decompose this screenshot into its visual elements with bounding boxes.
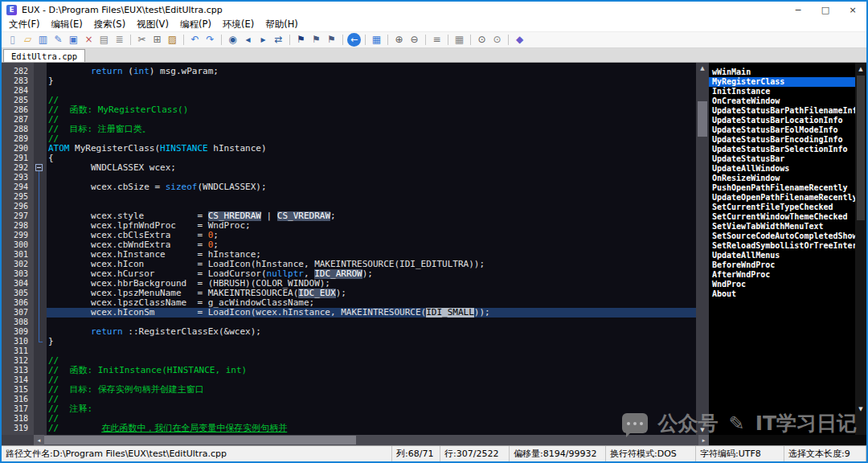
open-file-icon[interactable]: ▱ xyxy=(21,33,35,47)
code-line[interactable]: 318// xyxy=(2,414,696,424)
function-list-scrollbar[interactable]: ▲ ▼ xyxy=(855,63,866,435)
save-file-icon[interactable]: ▥ xyxy=(36,33,50,47)
code-line[interactable]: 314// xyxy=(2,375,696,385)
function-item[interactable]: OnResizeWindow xyxy=(709,174,855,183)
menu-edit[interactable]: 编辑(E) xyxy=(46,18,88,31)
code-line[interactable]: 306 wcex.lpszClassName = g_acWindowClass… xyxy=(2,298,696,308)
function-item[interactable]: BeforeWndProc xyxy=(709,260,855,270)
redo-icon[interactable]: ↷ xyxy=(203,33,217,47)
code-line[interactable]: 317// 注释: xyxy=(2,404,696,414)
function-item[interactable]: UpdateStatusBarEolModeInfo xyxy=(709,125,855,135)
horizontal-scroll-thumb[interactable] xyxy=(44,436,356,445)
function-item[interactable]: SetViewTabWidthMenuText xyxy=(709,222,855,232)
menu-program[interactable]: 编程(P) xyxy=(174,18,217,31)
menu-file[interactable]: 文件(F) xyxy=(3,18,46,31)
function-item[interactable]: About xyxy=(709,289,855,299)
code-editor[interactable]: 282 return (int) msg.wParam;283}284285//… xyxy=(2,63,696,435)
maximize-button[interactable]: □ xyxy=(812,2,839,18)
code-line[interactable]: 312// xyxy=(2,356,696,366)
function-item[interactable]: UpdateStatusBarPathFilenameInfo xyxy=(709,106,855,116)
code-line[interactable]: 295 xyxy=(2,192,696,202)
code-line[interactable]: 290ATOM MyRegisterClass(HINSTANCE hInsta… xyxy=(2,144,696,154)
replace-icon[interactable]: ⇄ xyxy=(272,33,285,47)
code-line[interactable]: 292 WNDCLASSEX wcex; xyxy=(2,163,696,173)
function-item[interactable]: WndProc xyxy=(709,280,855,289)
close-file-icon[interactable]: × xyxy=(82,33,96,47)
code-line[interactable]: 315// 目标: 保存实例句柄并创建主窗口 xyxy=(2,385,696,395)
code-line[interactable]: 282 return (int) msg.wParam; xyxy=(2,67,696,76)
code-line[interactable]: 316// xyxy=(2,395,696,404)
cut-icon[interactable]: ✂ xyxy=(135,33,149,47)
bookmark-prev-icon[interactable]: ⚑ xyxy=(309,33,323,47)
code-line[interactable]: 313// 函数: InitInstance(HINSTANCE, int) xyxy=(2,366,696,375)
tab-editultra-cpp[interactable]: EditUltra.cpp xyxy=(3,49,85,62)
save-as-icon[interactable]: ✎ xyxy=(51,33,65,47)
function-item[interactable]: InitInstance xyxy=(709,87,855,96)
new-file-icon[interactable]: ▯ xyxy=(6,33,19,47)
code-line[interactable]: 294 wcex.cbSize = sizeof(WNDCLASSEX); xyxy=(2,182,696,192)
function-item[interactable]: OnCreateWindow xyxy=(709,96,855,106)
bookmark-toggle-icon[interactable]: ⚑ xyxy=(294,33,308,47)
function-item[interactable]: AfterWndProc xyxy=(709,270,855,280)
scroll-down-icon[interactable]: ▼ xyxy=(855,404,866,414)
function-item[interactable]: UpdateStatusBarSelectionInfo xyxy=(709,145,855,154)
code-line[interactable]: 308 xyxy=(2,318,696,327)
code-line[interactable]: 288// 目标: 注册窗口类。 xyxy=(2,125,696,134)
code-line[interactable]: 310} xyxy=(2,337,696,346)
menu-view[interactable]: 视图(V) xyxy=(131,18,174,31)
horizontal-scrollbar[interactable]: ◂ ▸ xyxy=(2,435,709,445)
magnifier-icon[interactable]: ⊙ xyxy=(475,33,489,47)
code-line[interactable]: 304 wcex.hbrBackground = (HBRUSH)(COLOR_… xyxy=(2,279,696,289)
code-line[interactable]: 293 xyxy=(2,173,696,182)
find-prev-icon[interactable]: ◂ xyxy=(241,33,255,47)
code-line[interactable]: 301 wcex.hInstance = hInstance; xyxy=(2,250,696,260)
scroll-left-icon[interactable]: ◂ xyxy=(34,435,44,445)
paste-icon[interactable]: ▨ xyxy=(166,33,179,47)
function-item[interactable]: SetCurrentWindowThemeChecked xyxy=(709,212,855,222)
minimize-button[interactable]: ─ xyxy=(784,2,812,18)
magnifier2-icon[interactable]: ⊙ xyxy=(490,33,504,47)
close-button[interactable]: × xyxy=(839,2,866,18)
code-line[interactable]: 283} xyxy=(2,76,696,86)
find-icon[interactable]: ◉ xyxy=(226,33,240,47)
code-line[interactable]: 291{ xyxy=(2,154,696,163)
code-line[interactable]: 286// 函数: MyRegisterClass() xyxy=(2,105,696,115)
function-item[interactable]: UpdateStatusBarLocationInfo xyxy=(709,116,855,125)
page-list-icon[interactable]: ≣ xyxy=(113,33,126,47)
symbol-grid-icon[interactable]: ▦ xyxy=(452,33,466,47)
code-line[interactable]: 298 wcex.lpfnWndProc = WndProc; xyxy=(2,221,696,231)
function-list-scroll-thumb[interactable] xyxy=(857,76,865,220)
scroll-up-icon[interactable]: ▲ xyxy=(855,64,866,74)
zoom-in-icon[interactable]: ⊕ xyxy=(392,33,406,47)
current-code-line[interactable]: 307 wcex.hIconSm = LoadIcon(wcex.hInstan… xyxy=(2,308,696,318)
menu-environment[interactable]: 环境(E) xyxy=(217,18,260,31)
copy-icon[interactable]: ⊞ xyxy=(150,33,164,47)
function-item[interactable]: SetCurrentFileTypeChecked xyxy=(709,203,855,212)
function-item[interactable]: MyRegisterClass xyxy=(709,77,855,87)
code-line[interactable]: 302 wcex.hIcon = LoadIcon(hInstance, MAK… xyxy=(2,260,696,269)
fold-marker-icon[interactable] xyxy=(35,164,43,171)
function-item[interactable]: PushOpenPathFilenameRecently xyxy=(709,183,855,193)
code-line[interactable]: 303 wcex.hCursor = LoadCursor(nullptr, I… xyxy=(2,269,696,279)
code-line[interactable]: 287// xyxy=(2,115,696,125)
code-line[interactable]: 309 return ::RegisterClassEx(&wcex); xyxy=(2,327,696,337)
print-icon[interactable]: ▤ xyxy=(97,33,111,47)
code-line[interactable]: 284 xyxy=(2,86,696,96)
code-line[interactable]: 300 wcex.cbWndExtra = 0; xyxy=(2,240,696,250)
code-line[interactable]: 296 xyxy=(2,202,696,211)
function-item[interactable]: SetSourceCodeAutoCompletedShowA xyxy=(709,232,855,241)
scroll-up-icon[interactable]: ▲ xyxy=(696,63,709,73)
hex-view-icon[interactable]: ▦ xyxy=(370,33,383,47)
plugin-icon[interactable]: ◆ xyxy=(513,33,526,47)
menu-search[interactable]: 搜索(S) xyxy=(88,18,131,31)
undo-icon[interactable]: ↶ xyxy=(188,33,202,47)
code-line[interactable]: 299 wcex.cbClsExtra = 0; xyxy=(2,231,696,240)
zoom-out-icon[interactable]: ⊖ xyxy=(407,33,421,47)
code-line[interactable]: 289// xyxy=(2,134,696,144)
find-next-icon[interactable]: ▸ xyxy=(256,33,270,47)
bookmark-next-icon[interactable]: ⚑ xyxy=(325,33,338,47)
function-item[interactable]: UpdateStatusBar xyxy=(709,154,855,164)
code-line[interactable]: 285// xyxy=(2,96,696,105)
editor-scroll-thumb[interactable] xyxy=(698,101,707,137)
function-item[interactable]: SetReloadSymbolListOrTreeInterva xyxy=(709,241,855,251)
